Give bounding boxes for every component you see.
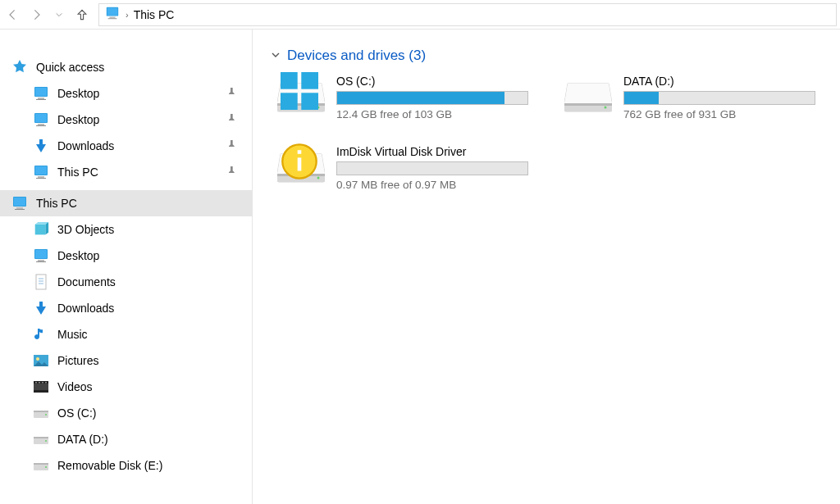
drive-free-text: 12.4 GB free of 103 GB xyxy=(336,108,548,120)
chevron-down-icon xyxy=(271,49,281,62)
drive-name: DATA (D:) xyxy=(623,75,835,88)
sidebar-item-label: OS (C:) xyxy=(57,406,96,420)
pin-icon xyxy=(227,87,237,100)
usage-bar xyxy=(623,91,815,105)
sidebar-desktop[interactable]: Desktop xyxy=(0,243,252,269)
recent-locations-dropdown[interactable] xyxy=(49,5,69,25)
sidebar-item-label: Desktop xyxy=(57,249,99,262)
address-bar: › This PC xyxy=(0,0,840,30)
sidebar-3d-objects[interactable]: 3D Objects xyxy=(0,216,252,243)
sidebar-qa-this-pc[interactable]: This PC xyxy=(0,159,252,185)
monitor-icon xyxy=(11,195,28,211)
sidebar-videos[interactable]: Videos xyxy=(0,374,252,400)
drive-name: ImDisk Virtual Disk Driver xyxy=(336,145,548,158)
group-header[interactable]: Devices and drives (3) xyxy=(271,48,840,64)
drive-name: OS (C:) xyxy=(336,75,548,88)
sidebar-qa-desktop[interactable]: Desktop xyxy=(0,80,252,107)
sidebar-item-label: 3D Objects xyxy=(57,223,114,236)
sidebar-downloads[interactable]: Downloads xyxy=(0,295,252,321)
drive-free-text: 762 GB free of 931 GB xyxy=(623,108,835,120)
music-icon xyxy=(33,326,49,343)
sidebar-drive-d[interactable]: DATA (D:) xyxy=(0,426,252,452)
download-icon xyxy=(33,300,49,316)
star-icon xyxy=(11,59,28,75)
group-title: Devices and drives (3) xyxy=(287,48,426,64)
sidebar-documents[interactable]: Documents xyxy=(0,269,252,295)
pin-icon xyxy=(227,113,237,126)
drive-free-text: 0.97 MB free of 0.97 MB xyxy=(336,179,548,191)
pictures-icon xyxy=(33,352,49,369)
sidebar-this-pc[interactable]: This PC xyxy=(0,190,252,216)
drive-item-imdisk[interactable]: ImDisk Virtual Disk Driver 0.97 MB free … xyxy=(277,144,548,192)
sidebar-quick-access[interactable]: Quick access xyxy=(0,54,252,80)
sidebar-drive-e[interactable]: Removable Disk (E:) xyxy=(0,452,252,479)
sidebar-item-label: Pictures xyxy=(57,354,99,367)
usage-bar xyxy=(336,91,528,105)
sidebar-item-label: Quick access xyxy=(36,61,104,74)
info-icon xyxy=(276,143,323,180)
sidebar-item-label: DATA (D:) xyxy=(57,433,108,446)
sidebar-item-label: This PC xyxy=(57,166,98,179)
breadcrumb-location[interactable]: This PC xyxy=(134,8,175,21)
content-pane: Devices and drives (3) OS (C:) 12.4 GB f… xyxy=(253,30,840,504)
sidebar-qa-downloads[interactable]: Downloads xyxy=(0,133,252,159)
sidebar-item-label: Documents xyxy=(57,275,116,288)
chevron-right-icon: › xyxy=(126,10,129,20)
this-pc-icon xyxy=(104,6,121,23)
cube-icon xyxy=(33,221,49,238)
sidebar-item-label: Removable Disk (E:) xyxy=(57,459,162,472)
sidebar-music[interactable]: Music xyxy=(0,321,252,347)
sidebar-item-label: Desktop xyxy=(57,87,99,100)
sidebar-pictures[interactable]: Pictures xyxy=(0,347,252,374)
navigation-pane: Quick access Desktop Desktop Downloads T… xyxy=(0,30,253,504)
sidebar-item-label: Downloads xyxy=(57,302,114,315)
videos-icon xyxy=(33,379,49,395)
monitor-icon xyxy=(33,247,49,264)
hdd-icon xyxy=(33,457,49,474)
sidebar-item-label: Videos xyxy=(57,380,93,393)
sidebar-item-label: Music xyxy=(57,328,88,341)
monitor-icon xyxy=(33,164,49,180)
pin-icon xyxy=(227,139,237,152)
usage-bar xyxy=(336,161,528,175)
pin-icon xyxy=(227,166,237,179)
up-button[interactable] xyxy=(72,5,92,25)
drive-item-d[interactable]: DATA (D:) 762 GB free of 931 GB xyxy=(564,74,835,121)
windows-icon xyxy=(276,72,323,110)
sidebar-qa-desktop-2[interactable]: Desktop xyxy=(0,107,252,133)
drive-icon xyxy=(564,74,612,121)
forward-button[interactable] xyxy=(26,5,46,25)
drive-item-c[interactable]: OS (C:) 12.4 GB free of 103 GB xyxy=(277,74,548,121)
drive-icon xyxy=(277,144,325,192)
drive-icon xyxy=(277,74,325,121)
document-icon xyxy=(33,274,49,290)
hdd-icon xyxy=(33,405,49,421)
back-button[interactable] xyxy=(3,5,23,25)
monitor-icon xyxy=(33,111,49,128)
sidebar-item-label: This PC xyxy=(36,197,77,210)
download-icon xyxy=(33,138,49,154)
sidebar-item-label: Downloads xyxy=(57,139,114,152)
sidebar-drive-c[interactable]: OS (C:) xyxy=(0,400,252,426)
sidebar-item-label: Desktop xyxy=(57,113,99,126)
hdd-icon xyxy=(33,431,49,447)
breadcrumb[interactable]: › This PC xyxy=(98,3,837,26)
monitor-icon xyxy=(33,85,49,102)
